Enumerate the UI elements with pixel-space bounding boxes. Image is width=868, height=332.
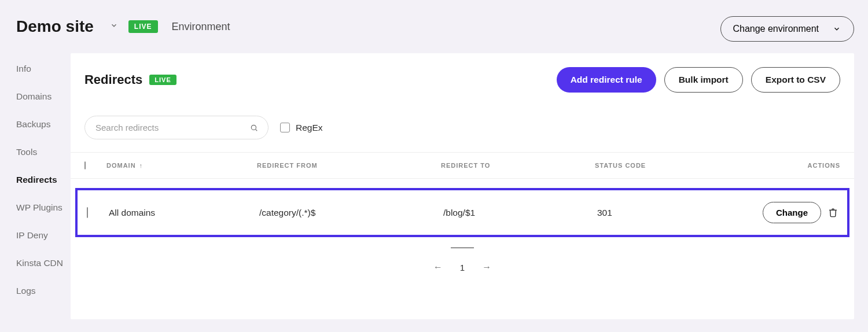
page-live-badge: LIVE: [149, 75, 176, 85]
environment-label: Environment: [172, 21, 230, 33]
search-icon: [250, 124, 258, 132]
pager-divider: [451, 248, 474, 248]
add-redirect-button[interactable]: Add redirect rule: [557, 67, 656, 93]
main-panel: Redirects LIVE Add redirect rule Bulk im…: [71, 53, 854, 319]
svg-point-0: [251, 125, 256, 130]
chevron-down-icon: [110, 21, 118, 29]
chevron-down-icon: [833, 25, 841, 33]
highlighted-row: All domains /category/(.*)$ /blog/$1 301…: [75, 188, 849, 237]
export-csv-button[interactable]: Export to CSV: [751, 67, 840, 93]
page-header: Demo site LIVE Environment Change enviro…: [0, 0, 868, 53]
table-row: All domains /category/(.*)$ /blog/$1 301…: [78, 190, 847, 235]
select-all-checkbox[interactable]: [84, 161, 86, 169]
svg-line-1: [256, 129, 258, 131]
sidebar-item-tools[interactable]: Tools: [16, 147, 71, 157]
change-environment-label: Change environment: [733, 24, 819, 34]
cell-redirect-from: /category/(.*)$: [259, 208, 443, 218]
search-wrapper: [84, 116, 269, 139]
sidebar-item-domains[interactable]: Domains: [16, 91, 71, 102]
pagination: ← 1 →: [71, 248, 854, 281]
site-switcher[interactable]: [104, 21, 118, 32]
layout: Info Domains Backups Tools Redirects WP …: [0, 53, 868, 319]
page-title: Redirects: [84, 72, 142, 87]
bulk-import-button[interactable]: Bulk import: [664, 67, 743, 93]
column-actions-label: ACTIONS: [808, 162, 841, 169]
sidebar-item-wp-plugins[interactable]: WP Plugins: [16, 202, 71, 213]
regex-checkbox[interactable]: [280, 123, 290, 132]
main-header: Redirects LIVE Add redirect rule Bulk im…: [71, 53, 854, 93]
site-title: Demo site: [16, 17, 94, 36]
column-domain-label: DOMAIN: [106, 162, 136, 169]
change-button[interactable]: Change: [763, 202, 821, 223]
regex-toggle[interactable]: RegEx: [280, 123, 323, 133]
column-redirect-from[interactable]: REDIRECT FROM: [257, 162, 441, 169]
cell-status-code: 301: [597, 208, 763, 218]
sidebar-item-redirects[interactable]: Redirects: [16, 175, 71, 185]
change-environment-button[interactable]: Change environment: [720, 16, 854, 42]
table-header: DOMAIN ↑ REDIRECT FROM REDIRECT TO STATU…: [71, 152, 854, 179]
environment-live-badge: LIVE: [128, 20, 158, 33]
sidebar-item-info[interactable]: Info: [16, 64, 71, 74]
column-domain[interactable]: DOMAIN ↑: [106, 162, 257, 169]
column-status-code[interactable]: STATUS CODE: [595, 162, 760, 169]
redirects-table: DOMAIN ↑ REDIRECT FROM REDIRECT TO STATU…: [71, 152, 854, 281]
column-actions: ACTIONS: [760, 162, 840, 169]
filters-bar: RegEx: [71, 93, 854, 152]
cell-actions: Change: [763, 202, 838, 223]
pager-current: 1: [460, 263, 465, 272]
sidebar-item-kinsta-cdn[interactable]: Kinsta CDN: [16, 258, 71, 268]
sidebar: Info Domains Backups Tools Redirects WP …: [0, 53, 71, 319]
column-redirect-to[interactable]: REDIRECT TO: [441, 162, 595, 169]
pager-prev[interactable]: ←: [433, 262, 443, 272]
search-input[interactable]: [84, 116, 269, 139]
sidebar-item-backups[interactable]: Backups: [16, 119, 71, 130]
row-checkbox[interactable]: [87, 207, 88, 218]
regex-label: RegEx: [296, 123, 323, 133]
cell-domain: All domains: [109, 208, 259, 218]
trash-icon[interactable]: [828, 208, 838, 217]
sidebar-item-logs[interactable]: Logs: [16, 286, 71, 296]
pager-next[interactable]: →: [482, 262, 491, 272]
sort-arrow-icon: ↑: [139, 162, 144, 169]
cell-redirect-to: /blog/$1: [443, 208, 597, 218]
main-actions: Add redirect rule Bulk import Export to …: [557, 67, 840, 93]
sidebar-item-ip-deny[interactable]: IP Deny: [16, 230, 71, 241]
